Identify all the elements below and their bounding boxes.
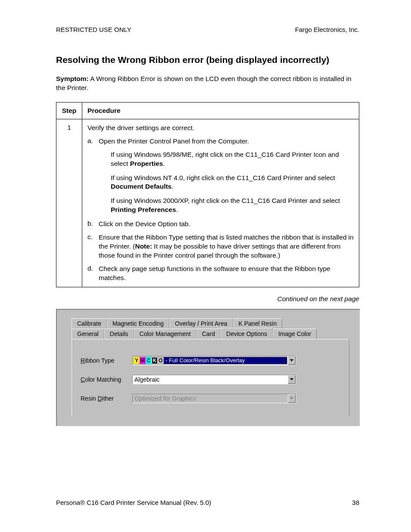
step-number: 1 xyxy=(56,119,82,287)
footer-left: Persona® C16 Card Printer Service Manual… xyxy=(56,499,211,506)
device-options-dialog: Calibrate Magnetic Encoding Overlay / Pr… xyxy=(56,309,360,426)
color-matching-label: Color Matching xyxy=(81,376,132,383)
resin-dither-combo: Optimized for Graphics xyxy=(132,394,296,403)
svg-marker-2 xyxy=(290,397,293,399)
dropdown-button-icon[interactable] xyxy=(288,356,296,365)
ribbon-type-value: YMCKO - Full Color/Resin Black/Overlay xyxy=(133,357,287,364)
tab-device-options[interactable]: Device Options xyxy=(221,328,273,339)
tab-k-panel-resin[interactable]: K Panel Resin xyxy=(233,318,283,329)
item-a-label: a. xyxy=(87,137,99,146)
continued-note: Continued on the next page xyxy=(56,295,359,303)
tab-calibrate[interactable]: Calibrate xyxy=(72,318,107,329)
color-matching-value: Algebraic xyxy=(133,375,288,384)
tab-general[interactable]: General xyxy=(72,329,104,339)
item-d-label: d. xyxy=(87,264,99,283)
page-title: Resolving the Wrong Ribbon error (being … xyxy=(56,55,359,65)
col-step: Step xyxy=(56,102,82,119)
item-c-label: c. xyxy=(87,233,99,260)
doc-header: RESTRICTED USE ONLY Fargo Electronics, I… xyxy=(56,26,359,33)
item-a-sub2: If using Windows NT 4.0, right click on … xyxy=(111,174,354,192)
dropdown-button-icon xyxy=(288,394,296,403)
dropdown-button-icon[interactable] xyxy=(288,375,296,384)
item-b-label: b. xyxy=(87,220,99,229)
header-right: Fargo Electronics, Inc. xyxy=(295,26,359,33)
item-d-text: Check any page setup functions in the so… xyxy=(99,264,354,283)
tab-overlay-print-area[interactable]: Overlay / Print Area xyxy=(169,318,233,329)
tab-image-color[interactable]: Image Color xyxy=(273,329,317,339)
svg-marker-1 xyxy=(290,378,293,380)
item-b-text: Click on the Device Option tab. xyxy=(99,220,354,229)
resin-dither-value: Optimized for Graphics xyxy=(133,394,288,403)
item-c-text: Ensure that the Ribbon Type setting that… xyxy=(99,233,354,260)
tab-details[interactable]: Details xyxy=(104,329,134,339)
doc-footer: Persona® C16 Card Printer Service Manual… xyxy=(56,499,359,506)
tab-strip: Calibrate Magnetic Encoding Overlay / Pr… xyxy=(72,318,349,339)
ribbon-type-label: Ribbon Type xyxy=(81,357,132,364)
symptom-text: A Wrong Ribbon Error is shown on the LCD… xyxy=(56,75,352,91)
page-number: 38 xyxy=(352,499,359,506)
item-a-sub1: If using Windows 95/98/ME, right click o… xyxy=(111,150,354,168)
procedure-cell: Verify the driver settings are correct. … xyxy=(82,119,359,287)
symptom-line: Symptom: A Wrong Ribbon Error is shown o… xyxy=(56,75,359,93)
svg-marker-0 xyxy=(290,359,293,361)
procedure-table: Step Procedure 1 Verify the driver setti… xyxy=(56,102,359,287)
color-matching-combo[interactable]: Algebraic xyxy=(132,375,296,384)
symptom-label: Symptom: xyxy=(56,75,89,82)
tab-color-management[interactable]: Color Management xyxy=(134,329,196,339)
item-a-text: Open the Printer Control Panel from the … xyxy=(99,137,354,146)
resin-dither-label: Resin Dither xyxy=(81,395,132,402)
header-left: RESTRICTED USE ONLY xyxy=(56,26,131,33)
tab-card[interactable]: Card xyxy=(196,329,221,339)
tab-magnetic-encoding[interactable]: Magnetic Encoding xyxy=(107,318,169,329)
item-a-sub3: If using Windows 2000/XP, right click on… xyxy=(111,196,354,215)
col-procedure: Procedure xyxy=(82,102,359,119)
ribbon-type-combo[interactable]: YMCKO - Full Color/Resin Black/Overlay xyxy=(132,356,296,365)
device-options-panel: Ribbon Type YMCKO - Full Color/Resin Bla… xyxy=(72,339,349,417)
proc-intro: Verify the driver settings are correct. xyxy=(87,124,354,133)
